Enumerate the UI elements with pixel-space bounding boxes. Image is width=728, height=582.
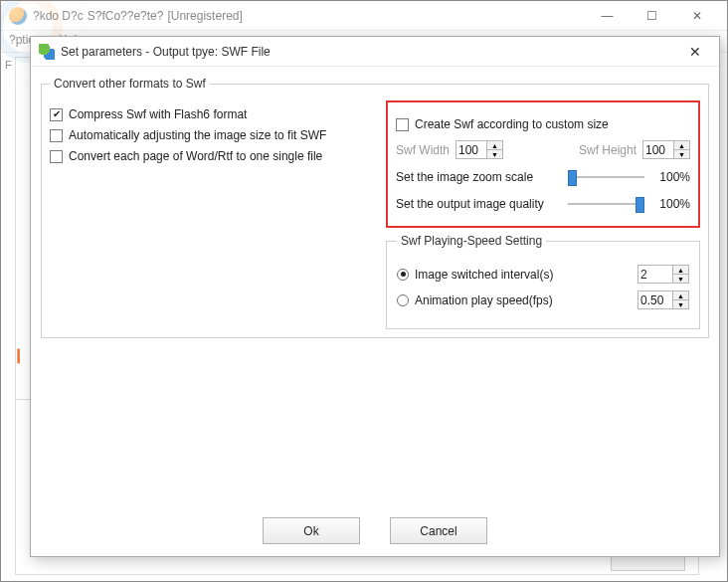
app-icon [9,7,27,25]
fps-up-icon[interactable]: ▲ [673,291,688,300]
parameters-dialog: Set parameters - Output tpye: SWF File ✕… [30,36,720,557]
dialog-icon [39,44,55,60]
compress-checkbox[interactable] [50,108,63,121]
main-title-prefix: ?kdo D?c [33,9,84,23]
interval-spinner[interactable]: ▲▼ [637,265,689,284]
ok-button[interactable]: Ok [263,517,360,544]
quality-label: Set the output image quality [396,197,560,211]
swf-height-spinner[interactable]: ▲▼ [642,140,690,159]
main-title-mid: S?fCo??e?te? [88,9,164,23]
interval-up-icon[interactable]: ▲ [673,266,688,275]
cancel-button[interactable]: Cancel [390,517,487,544]
quality-value: 100% [652,197,690,211]
dialog-title: Set parameters - Output tpye: SWF File [61,45,271,59]
compress-label: Compress Swf with Flash6 format [69,107,247,121]
custom-size-label: Create Swf according to custom size [415,117,609,131]
swf-height-input[interactable] [643,142,673,158]
swf-width-label: Swf Width [396,143,450,157]
dialog-button-row: Ok Cancel [31,517,719,544]
fps-spinner[interactable]: ▲▼ [637,291,689,309]
height-down-icon[interactable]: ▼ [674,150,689,158]
interval-down-icon[interactable]: ▼ [673,275,688,283]
fps-down-icon[interactable]: ▼ [673,300,688,308]
height-up-icon[interactable]: ▲ [674,141,689,150]
minimize-button[interactable]: — [585,1,630,31]
speed-legend: Swf Playing-Speed Setting [397,234,546,248]
each-page-checkbox[interactable] [50,150,63,163]
main-title-suffix: [Unregistered] [167,9,242,23]
group-playing-speed: Swf Playing-Speed Setting Image switched… [386,234,700,329]
interval-radio[interactable] [397,269,409,281]
zoom-scale-slider[interactable] [568,168,644,186]
interval-input[interactable] [638,267,672,283]
quality-slider[interactable] [568,195,644,213]
close-main-button[interactable]: ✕ [674,1,719,31]
swf-height-label: Swf Height [579,143,637,157]
group-convert-legend: Convert other formats to Swf [50,77,210,91]
swf-width-input[interactable] [456,142,486,158]
zoom-scale-value: 100% [652,170,690,184]
main-titlebar: ?kdo D?c S?fCo??e?te? [Unregistered] — ☐… [1,1,727,31]
swf-width-spinner[interactable]: ▲▼ [455,140,503,159]
close-dialog-button[interactable]: ✕ [679,41,711,63]
fps-radio[interactable] [397,294,409,306]
fps-label: Animation play speed(fps) [415,293,637,307]
auto-adjust-checkbox[interactable] [50,129,63,142]
width-down-icon[interactable]: ▼ [487,150,502,158]
dialog-titlebar: Set parameters - Output tpye: SWF File ✕ [31,37,719,67]
custom-size-highlight: Create Swf according to custom size Swf … [386,100,700,228]
custom-size-checkbox[interactable] [396,118,409,131]
zoom-scale-label: Set the image zoom scale [396,170,560,184]
auto-adjust-label: Automatically adjusting the image size t… [69,128,326,142]
interval-label: Image switched interval(s) [415,268,637,282]
fps-input[interactable] [638,292,672,308]
maximize-button[interactable]: ☐ [630,1,674,31]
each-page-label: Convert each page of Word/Rtf to one sin… [69,149,322,163]
width-up-icon[interactable]: ▲ [487,141,502,150]
bg-orange-mark: ┃ [15,349,25,371]
group-convert-formats: Convert other formats to Swf Compress Sw… [41,77,709,338]
